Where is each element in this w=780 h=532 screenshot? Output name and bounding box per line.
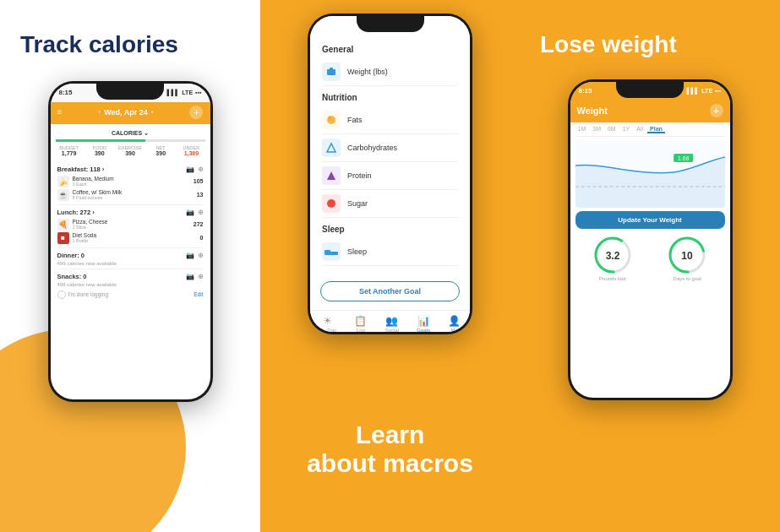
nav-goals[interactable]: 📊 Goals <box>417 315 430 332</box>
banana-serving: 1 Each <box>73 182 114 187</box>
macro-item-sleep[interactable]: Sleep <box>322 238 458 266</box>
fats-icon <box>322 111 341 129</box>
log-icon: 📋 <box>354 315 367 327</box>
camera-icon-2[interactable]: 📷 <box>186 209 194 216</box>
carbs-label: Carbohydrates <box>347 144 397 152</box>
add-meal-icon[interactable]: ⊕ <box>198 166 204 173</box>
macro-item-protein[interactable]: Protein <box>322 162 458 190</box>
svg-rect-8 <box>325 250 330 254</box>
macro-item-fats[interactable]: Fats <box>322 106 458 134</box>
lunch-header: Lunch: 272 › 📷 ⊕ <box>57 209 204 216</box>
lunch-label: Lunch: 272 › <box>57 209 95 216</box>
status-time-3: 8:15 <box>579 87 592 95</box>
macro-item-weight[interactable]: Weight (lbs) <box>322 58 458 86</box>
nav-me[interactable]: 👤 Me <box>448 315 461 332</box>
tab-3m[interactable]: 3M <box>590 126 603 133</box>
set-goal-button[interactable]: Set Another Goal <box>320 281 460 301</box>
phone3-status-bar: 8:15 ▌▌▌ LTE ▪▪▪ <box>570 82 730 100</box>
phone3-screen: 8:15 ▌▌▌ LTE ▪▪▪ Weight + <box>570 82 730 398</box>
edit-button[interactable]: Edit <box>194 291 203 297</box>
weight-icon <box>322 62 341 81</box>
panel-macros: General Weight (lbs) Nutrition Fats <box>260 0 520 532</box>
soda-cal: 0 <box>200 235 204 241</box>
add-lunch-icon[interactable]: ⊕ <box>198 209 204 216</box>
divider-3 <box>57 269 204 269</box>
food-item-soda: ■ Diet Soda 1 Bottle 0 <box>57 231 204 245</box>
chevron-left-icon[interactable]: ‹ <box>98 108 101 116</box>
tab-all[interactable]: All <box>634 126 646 133</box>
tab-6m[interactable]: 6M <box>605 126 619 133</box>
panel2-title: Learn about macros <box>307 412 473 508</box>
macro-exercise: EXERCISE 390 <box>115 145 145 156</box>
coffee-name: Coffee, w/ Skim Milk <box>73 189 123 195</box>
add-weight-button[interactable]: + <box>710 104 723 117</box>
nav-myday[interactable]: ☀ My Day <box>319 315 336 332</box>
lte-label-1: LTE <box>182 90 193 95</box>
status-right-3: ▌▌▌ LTE ▪▪▪ <box>686 88 721 94</box>
svg-text:10: 10 <box>682 250 694 262</box>
macro-item-sugar[interactable]: Sugar <box>322 190 458 218</box>
svg-point-3 <box>328 117 331 120</box>
camera-icon-4[interactable]: 📷 <box>186 273 194 280</box>
snacks-icons: 📷 ⊕ <box>186 273 204 280</box>
update-weight-button[interactable]: Update Your Weight <box>575 211 725 229</box>
phone3-wrapper: 8:15 ▌▌▌ LTE ▪▪▪ Weight + <box>568 76 733 532</box>
dinner-header: Dinner: 0 📷 ⊕ <box>57 252 204 259</box>
breakfast-label: Breakfast: 118 › <box>57 166 105 173</box>
nav-social[interactable]: 👥 Social <box>385 315 399 332</box>
tab-1m[interactable]: 1M <box>575 126 589 133</box>
done-bar: I'm done logging Edit <box>57 287 204 301</box>
me-label: Me <box>451 328 458 332</box>
progress-fill <box>56 139 145 142</box>
add-button[interactable]: + <box>189 106 203 119</box>
sugar-label: Sugar <box>347 199 368 208</box>
dinner-icons: 📷 ⊕ <box>186 252 204 259</box>
phone2-status-bar <box>310 16 470 35</box>
calories-chevron-icon: ⌄ <box>144 130 149 137</box>
panel-track-calories: Track calories 8:15 ▌▌▌ LTE ▪▪▪ ≡ <box>0 0 260 532</box>
add-dinner-icon[interactable]: ⊕ <box>198 252 204 259</box>
phone1-nav: ≡ ‹ Wed, Apr 24 › + <box>57 106 204 119</box>
done-logging-button[interactable]: I'm done logging <box>57 290 109 299</box>
soda-name: Diet Soda <box>73 232 97 238</box>
lte-label-3: LTE <box>701 88 712 94</box>
macro-item-carbs[interactable]: Carbohydrates <box>322 134 458 162</box>
myday-icon: ☀ <box>323 315 332 327</box>
nutrition-section-title: Nutrition <box>322 93 458 102</box>
general-section-title: General <box>322 45 458 54</box>
social-icon: 👥 <box>385 315 398 327</box>
add-snacks-icon[interactable]: ⊕ <box>198 273 204 280</box>
breakfast-icons: 📷 ⊕ <box>186 166 204 173</box>
coffee-serving: 8 Fluid ounces <box>73 195 123 200</box>
nav-date: Wed, Apr 24 <box>104 108 148 117</box>
calories-label: CALORIES <box>112 130 142 136</box>
svg-rect-0 <box>327 69 335 75</box>
panel2-title-area: Learn about macros <box>293 412 487 532</box>
soda-icon: ■ <box>57 232 69 244</box>
tab-plan[interactable]: Plan <box>647 126 665 133</box>
phone1-content: Breakfast: 118 › 📷 ⊕ 🍌 Banana, Medium 1 … <box>51 159 210 304</box>
banana-cal: 105 <box>194 178 204 184</box>
me-icon: 👤 <box>448 315 461 327</box>
camera-icon-3[interactable]: 📷 <box>186 252 194 259</box>
stat-days-to-goal: 10 Days to goal <box>668 236 706 281</box>
chevron-right-icon[interactable]: › <box>151 108 154 116</box>
phone2-content: General Weight (lbs) Nutrition Fats <box>310 35 470 273</box>
camera-icon[interactable]: 📷 <box>186 166 194 173</box>
phone2-screen: General Weight (lbs) Nutrition Fats <box>310 16 470 332</box>
tab-1y[interactable]: 1Y <box>620 126 633 133</box>
svg-rect-1 <box>330 68 333 70</box>
weight-stats: 3.2 Pounds lost 10 <box>575 232 725 285</box>
panel-lose-weight: Lose weight 8:15 ▌▌▌ LTE ▪▪▪ Weight <box>520 0 780 532</box>
protein-icon <box>322 166 341 185</box>
fats-label: Fats <box>347 116 363 124</box>
phone2-wrapper: General Weight (lbs) Nutrition Fats <box>308 0 472 412</box>
nav-log[interactable]: 📋 Log <box>354 315 367 332</box>
myday-label: My Day <box>319 328 336 332</box>
stat-pounds-lost: 3.2 Pounds lost <box>593 236 632 281</box>
weight-label: Weight (lbs) <box>347 68 388 76</box>
carbs-icon <box>322 138 341 157</box>
battery-icon-3: ▪▪▪ <box>715 88 721 94</box>
social-label: Social <box>385 328 399 332</box>
weight-chart: 1.68 <box>575 140 725 208</box>
